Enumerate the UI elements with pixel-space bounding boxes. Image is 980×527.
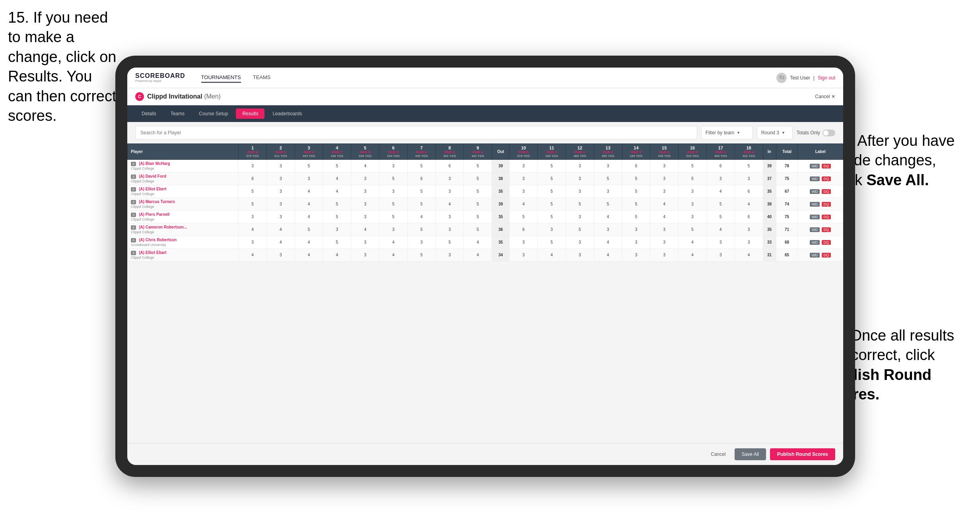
score-front-3[interactable]: 4 <box>295 198 323 211</box>
score-front-7[interactable]: 5 <box>407 223 436 236</box>
score-back-16[interactable]: 3 <box>679 198 707 211</box>
score-back-14[interactable]: 3 <box>622 223 650 236</box>
score-front-4[interactable]: 3 <box>323 223 351 236</box>
score-back-12[interactable]: 3 <box>566 211 594 223</box>
score-back-15[interactable]: 3 <box>650 172 679 185</box>
score-front-8[interactable]: 3 <box>436 172 464 185</box>
score-back-17[interactable]: 3 <box>706 236 735 249</box>
sign-out-link[interactable]: Sign out <box>818 75 835 81</box>
score-front-5[interactable]: 3 <box>351 236 379 249</box>
search-input[interactable] <box>135 126 697 140</box>
score-front-2[interactable]: 3 <box>266 172 295 185</box>
score-front-2[interactable]: 3 <box>266 160 295 172</box>
score-front-7[interactable]: 5 <box>407 185 436 198</box>
score-back-11[interactable]: 4 <box>538 249 566 262</box>
score-back-11[interactable]: 5 <box>538 211 566 223</box>
score-front-7[interactable]: 6 <box>407 172 436 185</box>
score-front-3[interactable]: 3 <box>295 172 323 185</box>
dq-button[interactable]: DQ <box>822 164 831 169</box>
score-front-8[interactable]: 3 <box>436 223 464 236</box>
score-back-16[interactable]: 5 <box>679 160 707 172</box>
tab-details[interactable]: Details <box>135 108 163 119</box>
score-back-15[interactable]: 3 <box>650 185 679 198</box>
score-front-8[interactable]: 5 <box>436 236 464 249</box>
score-back-10[interactable]: 3 <box>509 172 538 185</box>
score-front-4[interactable]: 4 <box>323 249 351 262</box>
score-front-5[interactable]: 3 <box>351 198 379 211</box>
score-front-9[interactable]: 5 <box>464 160 492 172</box>
score-front-7[interactable]: 5 <box>407 198 436 211</box>
score-front-1[interactable]: 5 <box>239 198 267 211</box>
score-back-11[interactable]: 5 <box>538 160 566 172</box>
score-front-9[interactable]: 5 <box>464 211 492 223</box>
score-front-6[interactable]: 5 <box>379 198 408 211</box>
score-back-10[interactable]: 3 <box>509 185 538 198</box>
score-back-10[interactable]: 5 <box>509 211 538 223</box>
wd-button[interactable]: WD <box>810 202 820 207</box>
nav-teams[interactable]: TEAMS <box>253 73 271 83</box>
score-back-11[interactable]: 5 <box>538 236 566 249</box>
score-back-13[interactable]: 4 <box>594 211 622 223</box>
score-front-9[interactable]: 4 <box>464 249 492 262</box>
score-front-2[interactable]: 4 <box>266 223 295 236</box>
score-front-3[interactable]: 4 <box>295 249 323 262</box>
dq-button[interactable]: DQ <box>822 176 831 181</box>
score-front-6[interactable]: 5 <box>379 172 408 185</box>
score-back-17[interactable]: 4 <box>706 185 735 198</box>
score-back-16[interactable]: 5 <box>679 223 707 236</box>
score-back-17[interactable]: 6 <box>706 160 735 172</box>
score-back-13[interactable]: 3 <box>594 223 622 236</box>
dq-button[interactable]: DQ <box>822 215 831 219</box>
dq-button[interactable]: DQ <box>822 189 831 194</box>
publish-round-scores-button[interactable]: Publish Round Scores <box>770 448 835 460</box>
score-back-10[interactable]: 3 <box>509 160 538 172</box>
score-front-2[interactable]: 3 <box>266 198 295 211</box>
score-front-7[interactable]: 5 <box>407 160 436 172</box>
score-back-14[interactable]: 5 <box>622 198 650 211</box>
score-back-17[interactable]: 5 <box>706 211 735 223</box>
score-front-3[interactable]: 4 <box>295 236 323 249</box>
score-front-3[interactable]: 4 <box>295 185 323 198</box>
dq-button[interactable]: DQ <box>822 253 831 258</box>
score-back-16[interactable]: 3 <box>679 211 707 223</box>
score-front-9[interactable]: 5 <box>464 185 492 198</box>
score-back-13[interactable]: 3 <box>594 185 622 198</box>
score-back-13[interactable]: 5 <box>594 172 622 185</box>
score-back-12[interactable]: 5 <box>566 198 594 211</box>
score-back-15[interactable]: 4 <box>650 198 679 211</box>
score-front-5[interactable]: 3 <box>351 185 379 198</box>
round-dropdown[interactable]: Round 3 ▼ <box>757 126 793 140</box>
score-back-18[interactable]: 3 <box>735 172 763 185</box>
score-back-11[interactable]: 5 <box>538 185 566 198</box>
score-front-9[interactable]: 5 <box>464 172 492 185</box>
score-front-5[interactable]: 3 <box>351 211 379 223</box>
score-back-13[interactable]: 4 <box>594 249 622 262</box>
score-back-14[interactable]: 3 <box>622 236 650 249</box>
score-front-5[interactable]: 3 <box>351 172 379 185</box>
score-front-9[interactable]: 5 <box>464 223 492 236</box>
score-back-12[interactable]: 3 <box>566 172 594 185</box>
score-front-4[interactable]: 5 <box>323 236 351 249</box>
tab-results[interactable]: Results <box>236 108 264 119</box>
score-back-11[interactable]: 5 <box>538 172 566 185</box>
score-front-1[interactable]: 4 <box>239 223 267 236</box>
score-front-6[interactable]: 3 <box>379 223 408 236</box>
score-front-1[interactable]: 3 <box>239 211 267 223</box>
score-back-11[interactable]: 5 <box>538 198 566 211</box>
score-back-10[interactable]: 3 <box>509 236 538 249</box>
dq-button[interactable]: DQ <box>822 227 831 232</box>
score-back-14[interactable]: 3 <box>622 249 650 262</box>
score-front-3[interactable]: 5 <box>295 223 323 236</box>
score-back-18[interactable]: 3 <box>735 236 763 249</box>
score-back-14[interactable]: 5 <box>622 211 650 223</box>
dq-button[interactable]: DQ <box>822 240 831 245</box>
score-front-1[interactable]: 4 <box>239 249 267 262</box>
score-front-8[interactable]: 6 <box>436 160 464 172</box>
score-back-17[interactable]: 3 <box>706 249 735 262</box>
score-front-9[interactable]: 5 <box>464 198 492 211</box>
tab-course-setup[interactable]: Course Setup <box>192 108 234 119</box>
score-back-15[interactable]: 4 <box>650 211 679 223</box>
score-back-13[interactable]: 4 <box>594 236 622 249</box>
score-back-18[interactable]: 4 <box>735 249 763 262</box>
score-front-1[interactable]: 5 <box>239 185 267 198</box>
